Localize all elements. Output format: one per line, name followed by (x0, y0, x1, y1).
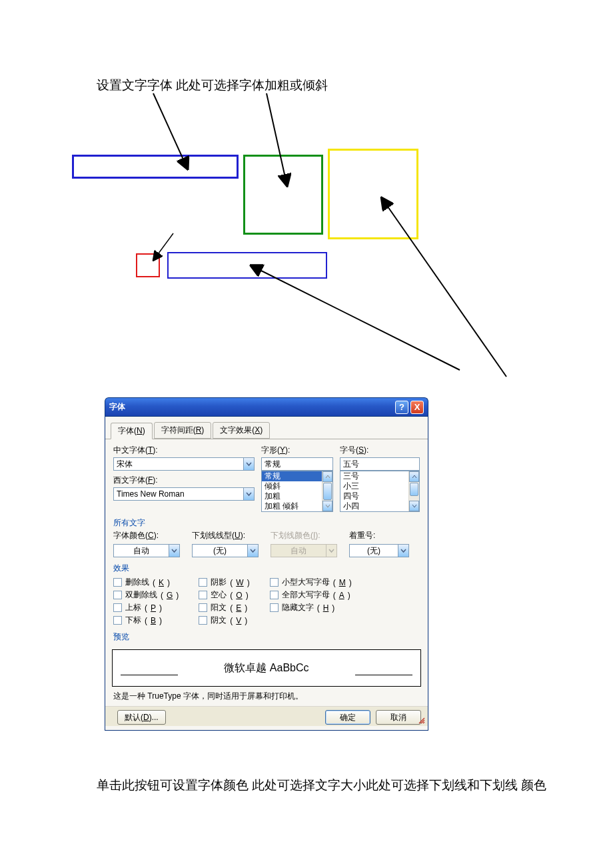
default-button[interactable]: 默认(D)... (117, 710, 166, 725)
size-listbox[interactable]: 三号 小三 四号 小四 五号 (340, 471, 420, 512)
close-button[interactable]: X (410, 401, 424, 414)
svg-line-4 (253, 267, 460, 370)
font-dialog: 字体 ? X 字体(N) 字符间距(R) 文字效果(X) (105, 397, 428, 731)
tab-text-effects[interactable]: 文字效果(X) (213, 422, 270, 439)
list-item[interactable]: 小三 (340, 481, 419, 491)
bottom-caption: 单击此按钮可设置字体颜色 此处可选择文字大小此处可选择下划线和下划线 颜色 (97, 777, 546, 794)
font-color-label: 字体颜色(C): (113, 530, 180, 541)
list-item[interactable]: 小四 (340, 501, 419, 511)
chevron-down-icon[interactable] (243, 457, 255, 471)
tab-strip: 字体(N) 字符间距(R) 文字效果(X) (105, 417, 428, 439)
size-label: 字号(S): (340, 445, 420, 456)
checkbox-double-strike[interactable]: 双删除线(G) (113, 589, 179, 601)
checkbox-strikethrough[interactable]: 删除线(K) (113, 577, 179, 588)
svg-line-2 (383, 200, 506, 377)
resize-grip-icon[interactable] (418, 717, 426, 725)
en-font-combo[interactable]: Times New Roman (113, 487, 255, 501)
dialog-titlebar[interactable]: 字体 ? X (105, 397, 428, 416)
emphasis-label: 着重号: (349, 530, 409, 541)
underline-color-label: 下划线颜色(I): (271, 530, 337, 541)
en-font-label: 西文字体(F): (113, 475, 255, 486)
checkbox-all-caps[interactable]: 全部大写字母(A) (270, 589, 352, 601)
underline-style-dropdown[interactable]: (无) (192, 544, 259, 557)
help-button[interactable]: ? (395, 401, 408, 414)
checkbox-emboss[interactable]: 阳文(E) (199, 602, 249, 613)
preview-box: 微软卓越 AaBbCc (112, 649, 421, 687)
all-text-section: 所有文字 (113, 517, 420, 529)
checkbox-shadow[interactable]: 阴影(W) (199, 577, 249, 588)
list-item[interactable]: 三号 (340, 471, 419, 481)
checkbox-small-caps[interactable]: 小型大写字母(M) (270, 577, 352, 588)
arrow-1 (0, 0, 613, 400)
scrollbar[interactable] (408, 471, 419, 511)
chevron-down-icon[interactable] (243, 487, 255, 501)
chevron-down-icon[interactable] (247, 544, 259, 557)
truetype-note: 这是一种 TrueType 字体，同时适用于屏幕和打印机。 (113, 691, 420, 702)
underline-style-label: 下划线线型(U): (192, 530, 259, 541)
size-value[interactable]: 五号 (340, 457, 420, 471)
checkbox-superscript[interactable]: 上标(P) (113, 602, 179, 613)
svg-line-1 (267, 93, 287, 183)
list-item[interactable]: 四号 (340, 491, 419, 501)
list-item[interactable]: 五号 (340, 511, 419, 512)
checkbox-outline[interactable]: 空心(O) (199, 589, 249, 601)
chevron-down-icon (326, 544, 337, 557)
button-bar: 默认(D)... 确定 取消 (105, 706, 428, 726)
underline-color-dropdown: 自动 (271, 544, 337, 557)
font-color-dropdown[interactable]: 自动 (113, 544, 180, 557)
checkbox-hidden[interactable]: 隐藏文字(H) (270, 602, 352, 613)
emphasis-dropdown[interactable]: (无) (349, 544, 409, 557)
scrollbar[interactable] (322, 471, 332, 511)
chevron-down-icon[interactable] (398, 544, 409, 557)
tab-spacing[interactable]: 字符间距(R) (154, 422, 212, 439)
cn-font-label: 中文字体(T): (113, 445, 255, 456)
cancel-button[interactable]: 取消 (376, 710, 421, 725)
style-value[interactable]: 常规 (261, 457, 333, 471)
preview-text: 微软卓越 AaBbCc (224, 661, 308, 675)
svg-line-0 (153, 93, 187, 167)
style-listbox[interactable]: 常规 倾斜 加粗 加粗 倾斜 (261, 471, 333, 512)
checkbox-engrave[interactable]: 阴文(V) (199, 615, 249, 626)
effects-section: 效果 (113, 563, 420, 574)
ok-button[interactable]: 确定 (325, 710, 370, 725)
preview-section: 预览 (113, 631, 420, 643)
svg-line-3 (155, 233, 173, 259)
style-label: 字形(Y): (261, 445, 333, 456)
checkbox-subscript[interactable]: 下标(B) (113, 615, 179, 626)
cn-font-combo[interactable]: 宋体 (113, 457, 255, 471)
chevron-down-icon[interactable] (169, 544, 180, 557)
dialog-title: 字体 (109, 401, 125, 413)
tab-font[interactable]: 字体(N) (111, 423, 153, 439)
